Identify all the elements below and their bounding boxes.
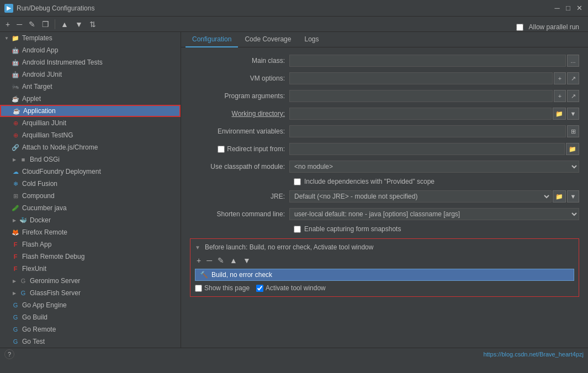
show-this-page-checkbox[interactable]	[195, 285, 202, 292]
program-args-input[interactable]	[289, 90, 553, 102]
activate-tool-window-checkbox[interactable]	[256, 285, 263, 292]
sort-button[interactable]: ⇅	[87, 19, 98, 30]
edit-config-button[interactable]: ✎	[27, 19, 38, 30]
cloudfoundry-icon: ☁	[11, 167, 20, 176]
build-no-error-item[interactable]: 🔨 Build, no error check	[195, 269, 574, 281]
bl-up-button[interactable]: ▲	[228, 255, 239, 265]
env-vars-input[interactable]	[289, 125, 566, 137]
build-item-icon: 🔨	[200, 271, 208, 279]
sidebar-item-application[interactable]: ☕ Application	[0, 105, 181, 117]
include-deps-checkbox[interactable]	[294, 178, 301, 185]
main-class-input-group: ...	[289, 55, 579, 67]
allow-parallel-checkbox[interactable]	[516, 24, 523, 31]
sidebar-item-android-junit[interactable]: 🤖 Android JUnit	[0, 68, 181, 81]
sidebar-item-glassfish[interactable]: ▶ G GlassFish Server	[0, 287, 181, 299]
sidebar-item-ant-target[interactable]: 🐜 Ant Target	[0, 81, 181, 93]
vm-options-expand-button[interactable]: ↗	[567, 72, 579, 84]
add-config-button[interactable]: +	[3, 19, 12, 30]
sidebar-item-compound[interactable]: ⊞ Compound	[0, 190, 181, 202]
working-dir-dropdown-button[interactable]: ▼	[567, 108, 579, 120]
compound-icon: ⊞	[11, 191, 20, 200]
sidebar-item-flash-app[interactable]: F Flash App	[0, 238, 181, 251]
working-dir-browse-macro[interactable]: 📁	[553, 108, 566, 120]
program-args-input-group: + ↗	[289, 90, 579, 102]
move-up-button[interactable]: ▲	[59, 19, 71, 30]
bl-add-button[interactable]: +	[195, 255, 203, 265]
vm-options-input[interactable]	[289, 72, 553, 84]
sidebar-item-geronimo[interactable]: ▶ G Geronimo Server	[0, 275, 181, 287]
shorten-cmd-label: Shorten command line:	[190, 210, 289, 218]
sidebar-item-arquillian-testng[interactable]: ⊕ Arquillian TestNG	[0, 129, 181, 141]
bottom-bar: ? https://blog.csdn.net/Brave_heart4pzj	[0, 348, 588, 360]
working-dir-input[interactable]	[289, 108, 552, 120]
bl-down-button[interactable]: ▼	[241, 255, 252, 265]
sidebar-item-firefox-remote[interactable]: 🦊 Firefox Remote	[0, 226, 181, 238]
minimize-button[interactable]: ─	[553, 4, 561, 13]
sidebar-item-bnd-osgi[interactable]: ▶ ■ Bnd OSGi	[0, 153, 181, 166]
before-launch-toolbar: + ─ ✎ ▲ ▼	[195, 255, 574, 265]
jre-browse-button[interactable]: 📁	[553, 190, 566, 203]
maximize-button[interactable]: □	[564, 4, 573, 13]
sidebar-item-cold-fusion[interactable]: ❄ Cold Fusion	[0, 178, 181, 190]
sidebar-item-attach-nodejs[interactable]: 🔗 Attach to Node.js/Chrome	[0, 141, 181, 153]
sidebar-item-cucumber[interactable]: 🥒 Cucumber java	[0, 202, 181, 214]
redirect-input-field[interactable]	[289, 143, 565, 155]
applet-label: Applet	[22, 95, 41, 103]
close-button[interactable]: ✕	[575, 4, 584, 13]
sidebar-item-go-build[interactable]: G Go Build	[0, 311, 181, 323]
sidebar-item-go-test[interactable]: G Go Test	[0, 335, 181, 348]
glassfish-label: GlassFish Server	[30, 289, 81, 297]
working-dir-row: Working directory: 📁 ▼	[190, 107, 579, 120]
sidebar-item-templates[interactable]: ▼ 📁 Templates	[0, 32, 181, 44]
main-class-browse-button[interactable]: ...	[567, 55, 579, 67]
main-class-input[interactable]	[289, 55, 566, 67]
shorten-cmd-row: Shorten command line: user-local default…	[190, 207, 579, 221]
sidebar-item-arquillian-junit[interactable]: ⊕ Arquillian JUnit	[0, 117, 181, 129]
sidebar-item-go-app-engine[interactable]: G Go App Engine	[0, 299, 181, 311]
program-args-add-button[interactable]: +	[554, 90, 566, 102]
bl-edit-button[interactable]: ✎	[216, 255, 226, 265]
classpath-module-select[interactable]: <no module>	[289, 161, 579, 173]
copy-config-button[interactable]: ❐	[40, 19, 51, 30]
program-args-label: Program arguments:	[190, 92, 289, 100]
flash-app-icon: F	[11, 240, 20, 249]
redirect-browse-button[interactable]: 📁	[566, 143, 579, 155]
vm-options-add-button[interactable]: +	[554, 72, 566, 84]
compound-label: Compound	[22, 192, 55, 200]
tab-configuration[interactable]: Configuration	[186, 32, 238, 47]
activate-tool-window-text: Activate tool window	[266, 284, 326, 292]
sidebar-item-go-remote[interactable]: G Go Remote	[0, 323, 181, 335]
arquillian-junit-icon: ⊕	[11, 119, 20, 127]
shorten-cmd-select[interactable]: user-local default: none - java [options…	[289, 208, 579, 220]
redirect-input-label: Redirect input from:	[227, 145, 285, 153]
bottom-link: https://blog.csdn.net/Brave_heart4pzj	[483, 351, 584, 358]
sidebar-item-applet[interactable]: ☕ Applet	[0, 93, 181, 105]
app-icon: ▶	[4, 4, 13, 13]
program-args-expand-button[interactable]: ↗	[567, 90, 579, 102]
env-vars-edit-button[interactable]: ⊞	[567, 125, 579, 137]
firefox-label: Firefox Remote	[22, 228, 67, 236]
enable-capturing-checkbox[interactable]	[294, 226, 301, 233]
bl-remove-button[interactable]: ─	[205, 255, 214, 265]
jre-dropdown-button[interactable]: ▼	[567, 190, 579, 203]
tab-logs[interactable]: Logs	[298, 32, 325, 47]
geronimo-arrow: ▶	[11, 278, 18, 284]
remove-config-button[interactable]: ─	[14, 19, 24, 30]
sidebar-item-flexunit[interactable]: F FlexUnit	[0, 263, 181, 275]
tab-code-coverage[interactable]: Code Coverage	[238, 32, 298, 47]
help-button[interactable]: ?	[4, 349, 14, 359]
jre-select[interactable]: Default (<no JRE> - module not specified…	[289, 190, 552, 203]
applet-icon: ☕	[11, 94, 20, 103]
redirect-input-row: Redirect input from: 📁	[190, 142, 579, 156]
sidebar-item-cloudfoundry[interactable]: ☁ CloudFoundry Deployment	[0, 166, 181, 178]
sidebar-item-android-app[interactable]: 🤖 Android App	[0, 44, 181, 56]
glassfish-icon: G	[19, 289, 28, 297]
cold-fusion-icon: ❄	[11, 179, 20, 188]
sidebar-item-android-instrumented[interactable]: 🤖 Android Instrumented Tests	[0, 56, 181, 68]
redirect-input-checkbox[interactable]	[218, 146, 225, 153]
application-label: Application	[23, 107, 56, 115]
sidebar-item-docker[interactable]: ▶ 🐳 Docker	[0, 214, 181, 226]
cloudfoundry-label: CloudFoundry Deployment	[22, 168, 101, 175]
move-down-button[interactable]: ▼	[73, 19, 85, 30]
sidebar-item-flash-remote-debug[interactable]: F Flash Remote Debug	[0, 251, 181, 263]
